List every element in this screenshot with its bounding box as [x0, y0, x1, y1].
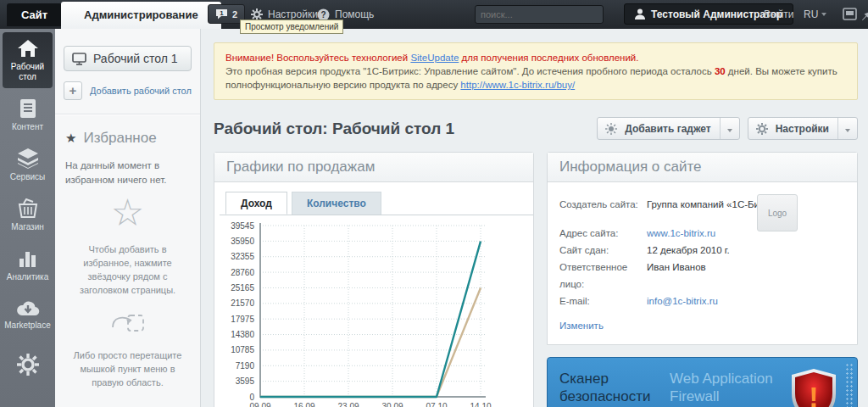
language-selector[interactable]: RU: [804, 0, 826, 29]
dotted-texture: [845, 363, 854, 407]
language-label: RU: [804, 8, 818, 20]
favorites-title: Избранное: [83, 130, 156, 147]
tab-quantity[interactable]: Количество: [292, 192, 381, 215]
sidebar-item-desktop[interactable]: Рабочий стол: [3, 32, 53, 88]
favorites-hint-1: Чтобы добавить в избранное, нажмите звёз…: [64, 243, 192, 297]
svg-text:28760: 28760: [231, 268, 254, 277]
desktop-settings-button[interactable]: Настройки: [748, 117, 858, 140]
chevron-down-icon: [821, 13, 826, 16]
desktops-panel: Рабочий стол 1 + Добавить рабочий стол ★…: [55, 29, 201, 407]
info-row-creator: Создатель сайта: Группа компаний «1С-Бит…: [559, 196, 845, 213]
lamp-icon: [598, 123, 619, 135]
sidebar-item-analytics[interactable]: Аналитика: [3, 242, 53, 288]
notification-bubble-icon: 1: [215, 8, 228, 20]
desktop-mode-icon[interactable]: [843, 8, 857, 20]
svg-text:?: ?: [320, 10, 326, 20]
siteupdate-link[interactable]: SiteUpdate: [410, 53, 459, 63]
add-desktop-label: Добавить рабочий стол: [90, 86, 192, 96]
sales-tabs: Доход Количество: [220, 192, 533, 215]
info-row-email: E-mail: info@1c-bitrix.ru: [559, 293, 845, 309]
sidebar-item-marketplace[interactable]: Marketplace: [3, 292, 53, 337]
sidebar-item-label: Контент: [12, 122, 43, 131]
svg-text:!: !: [809, 381, 818, 407]
tab-income[interactable]: Доход: [225, 192, 287, 215]
sidebar-item-label: Рабочий стол: [11, 62, 44, 81]
topbar-settings-label: Настройки: [268, 8, 318, 20]
divider: [55, 114, 200, 114]
svg-text:21570: 21570: [231, 298, 254, 308]
svg-text:23.09: 23.09: [337, 402, 359, 407]
bar-chart-icon: [18, 248, 38, 269]
gear-icon: [748, 123, 770, 135]
star-icon: ★: [65, 131, 76, 146]
svg-text:14380: 14380: [231, 330, 254, 339]
svg-text:35950: 35950: [231, 237, 254, 246]
chevron-down-icon: [838, 123, 857, 135]
desktop-item-label: Рабочий стол 1: [93, 52, 178, 65]
main-content: Внимание! Воспользуйтесь технологией Sit…: [201, 29, 868, 407]
notifications-count: 2: [232, 9, 237, 20]
page-title-row: Рабочий стол: Рабочий стол 1 Добавить га…: [214, 117, 858, 140]
sidebar-item-label: Marketplace: [4, 321, 50, 330]
svg-text:3595: 3595: [236, 376, 255, 386]
info-row-address: Адрес сайта: www.1c-bitrix.ru: [559, 225, 845, 242]
sidebar-item-shop[interactable]: Магазин: [3, 192, 53, 238]
svg-text:1: 1: [220, 9, 224, 17]
monitor-icon: [72, 53, 86, 65]
favorites-hint-2: Либо просто перетащите мышкой пункт меню…: [64, 348, 192, 389]
gear-icon: [251, 8, 263, 20]
sidebar-item-settings[interactable]: [3, 347, 53, 385]
tab-site[interactable]: Сайт: [7, 3, 62, 26]
site-logo-placeholder[interactable]: Logo: [757, 194, 798, 231]
home-icon: [17, 39, 39, 59]
right-column: Информация о сайте Logo Создатель сайта:…: [547, 152, 858, 407]
email-link[interactable]: info@1c-bitrix.ru: [647, 293, 718, 309]
site-url-link[interactable]: www.1c-bitrix.ru: [647, 225, 715, 242]
security-scanner-title: Сканер безопасности: [559, 370, 670, 405]
sidebar-item-label: Аналитика: [7, 272, 49, 282]
add-desktop-button[interactable]: + Добавить рабочий стол: [64, 81, 192, 100]
search-input[interactable]: [481, 9, 601, 20]
tab-admin[interactable]: Администрирование: [61, 2, 221, 29]
pin-icon[interactable]: [861, 8, 868, 21]
svg-text:30.09: 30.09: [381, 402, 403, 407]
trial-notice-banner: Внимание! Воспользуйтесь технологией Sit…: [214, 42, 858, 100]
svg-text:32355: 32355: [231, 252, 254, 261]
site-info-widget: Информация о сайте Logo Создатель сайта:…: [547, 152, 858, 345]
info-row-person: Ответственное лицо: Иван Иванов: [559, 259, 845, 293]
svg-text:17975: 17975: [231, 315, 254, 324]
notice-line1-prefix: Внимание! Воспользуйтесь технологией: [225, 53, 410, 63]
basket-icon: [17, 198, 39, 219]
search-box: [475, 5, 604, 24]
buy-link[interactable]: http://www.1c-bitrix.ru/buy/: [460, 80, 575, 90]
info-row-launched: Сайт сдан: 12 декабря 2010 г.: [559, 242, 845, 259]
sidebar-item-services[interactable]: Сервисы: [3, 142, 53, 188]
add-gadget-label: Добавить гаджет: [619, 123, 719, 135]
logout-link[interactable]: Выйти: [764, 0, 794, 29]
favorites-empty-text: На данный момент в избранном ничего нет.: [65, 159, 190, 187]
svg-text:25165: 25165: [231, 283, 254, 293]
edit-site-info-link[interactable]: Изменить: [559, 321, 604, 331]
main-sidebar: Рабочий стол Контент Сервисы Магазин Ана…: [0, 29, 55, 407]
trial-days-left: 30: [715, 66, 726, 76]
svg-text:7190: 7190: [236, 361, 255, 371]
sidebar-item-label: Магазин: [11, 222, 44, 231]
svg-text:10785: 10785: [231, 345, 254, 354]
add-gadget-button[interactable]: Добавить гаджет: [597, 117, 739, 140]
app-root: Сайт Администрирование 1 2 Настройки ? П…: [0, 0, 868, 407]
sidebar-item-content[interactable]: Контент: [3, 92, 53, 138]
sales-chart-widget: Графики по продажам Доход Количество 035…: [214, 152, 534, 407]
desktop-item[interactable]: Рабочий стол 1: [64, 46, 192, 71]
svg-text:07.10: 07.10: [426, 402, 447, 407]
plus-icon: +: [64, 81, 82, 100]
site-info-title: Информация о сайте: [548, 153, 857, 182]
svg-text:0: 0: [249, 393, 254, 402]
security-scanner-panel: Сканер безопасности Web Application Fire…: [547, 357, 858, 407]
sidebar-item-label: Сервисы: [10, 172, 45, 181]
svg-text:14.10: 14.10: [470, 402, 491, 407]
document-icon: [19, 98, 37, 119]
notifications-tooltip: Просмотр уведомлений: [240, 20, 343, 34]
user-icon: [635, 8, 645, 20]
chevron-down-icon: [721, 123, 739, 135]
notice-line1-suffix: для получения последних обновлений.: [459, 53, 638, 63]
